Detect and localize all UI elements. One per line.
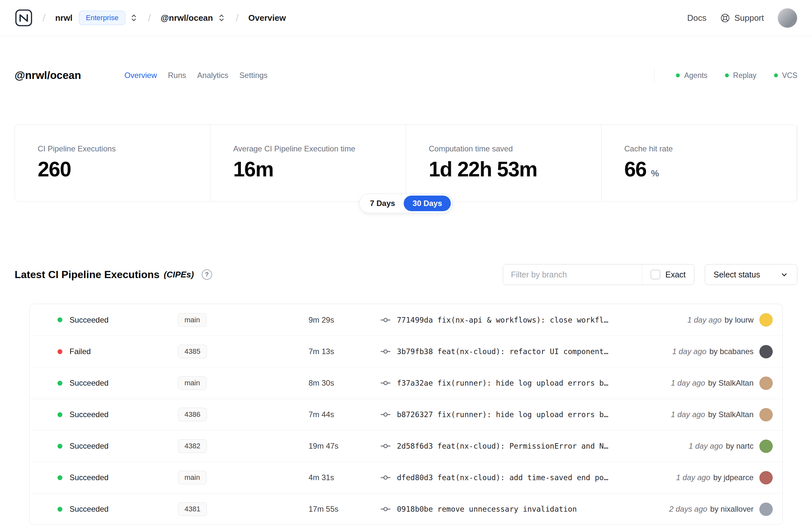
help-icon[interactable]: ?: [202, 269, 212, 280]
table-row[interactable]: Failed 4385 7m 13s 3b79fb38 feat(nx-clou…: [30, 335, 782, 367]
cipes-controls: Exact Select status: [503, 264, 797, 285]
relative-time: 1 day ago: [676, 473, 710, 482]
breadcrumb-separator: /: [43, 12, 45, 24]
author-label: by StalkAltan: [708, 410, 753, 419]
relative-time: 1 day ago: [671, 410, 705, 419]
breadcrumb-separator: /: [236, 12, 239, 24]
branch-filter-input[interactable]: [503, 265, 642, 285]
workspace-selector-icon[interactable]: [217, 13, 226, 22]
feature-status-legend: Agents Replay VCS: [654, 68, 797, 83]
tab-runs[interactable]: Runs: [168, 71, 186, 80]
navbar-actions: Docs Support: [687, 8, 797, 28]
enterprise-badge: Enterprise: [79, 11, 125, 25]
commit-cell: 771499da fix(nx-api & workflows): close …: [380, 314, 679, 326]
branch-filter-group: Exact: [503, 264, 694, 285]
row-meta: 1 day ago by lourw: [687, 313, 773, 327]
git-commit-icon: [380, 314, 391, 326]
commit-message-link[interactable]: 2d58f6d3 feat(nx-cloud): PermissionError…: [397, 442, 608, 450]
branch-badge: 4382: [178, 439, 207, 453]
relative-time: 1 day ago: [689, 441, 723, 451]
legend-item-vcs[interactable]: VCS: [774, 71, 797, 80]
table-row[interactable]: Succeeded 4381 17m 55s 0918b0be remove u…: [30, 493, 782, 525]
exact-toggle[interactable]: Exact: [642, 265, 694, 285]
author-label: by jdpearce: [713, 473, 753, 482]
row-meta: 2 days ago by nixallover: [669, 502, 773, 516]
duration-label: 17m 55s: [309, 505, 380, 514]
green-status-dot: [676, 73, 680, 77]
docs-link[interactable]: Docs: [687, 13, 706, 23]
status-dot: [58, 381, 62, 386]
git-commit-icon: [380, 472, 391, 483]
nx-cloud-dashboard: / nrwl Enterprise / @nrwl/ocean / Overvi…: [0, 0, 812, 525]
branch-badge: 4385: [178, 345, 207, 358]
legend-item-agents[interactable]: Agents: [676, 71, 707, 80]
commit-cell: 2d58f6d3 feat(nx-cloud): PermissionError…: [380, 440, 681, 452]
row-meta: 1 day ago by StalkAltan: [671, 408, 773, 421]
user-avatar[interactable]: [778, 8, 797, 28]
chevron-down-icon: [780, 270, 788, 279]
org-name[interactable]: nrwl: [55, 13, 73, 23]
tab-analytics[interactable]: Analytics: [197, 71, 228, 80]
nx-cloud-logo-icon[interactable]: [15, 9, 33, 27]
duration-label: 7m 13s: [309, 347, 380, 356]
git-commit-icon: [380, 440, 391, 452]
relative-time: 1 day ago: [671, 378, 705, 388]
exact-checkbox[interactable]: [650, 270, 660, 280]
status-select-button[interactable]: Select status: [705, 264, 797, 285]
commit-message-link[interactable]: b8726327 fix(runner): hide log upload er…: [397, 410, 608, 419]
git-commit-icon: [380, 409, 391, 420]
status-dot: [58, 444, 62, 449]
tab-settings[interactable]: Settings: [240, 71, 267, 80]
breadcrumb-page: Overview: [248, 13, 286, 23]
duration-label: 19m 47s: [309, 441, 380, 451]
stat-average-execution-time: Average CI Pipeline Execution time 16m: [211, 125, 406, 201]
cipe-table: Succeeded main 9m 29s 771499da fix(nx-ap…: [29, 304, 783, 525]
status-label: Succeeded: [70, 315, 178, 325]
branch-badge: 4381: [178, 502, 207, 516]
breadcrumb-separator: /: [148, 12, 151, 24]
table-row[interactable]: Succeeded main 4m 31s dfed80d3 feat(nx-c…: [30, 462, 782, 493]
workspace-name[interactable]: @nrwl/ocean: [161, 13, 213, 23]
table-row[interactable]: Succeeded main 8m 30s f37a32ae fix(runne…: [30, 367, 782, 399]
duration-label: 7m 44s: [309, 410, 380, 419]
author-avatar: [760, 439, 773, 453]
range-7-days-button[interactable]: 7 Days: [361, 196, 404, 211]
stat-ci-pipeline-executions: CI Pipeline Executions 260: [15, 125, 211, 201]
commit-cell: b8726327 fix(runner): hide log upload er…: [380, 409, 663, 420]
stat-computation-time-saved: Computation time saved 1d 22h 53m: [406, 125, 601, 201]
status-dot: [58, 412, 62, 417]
commit-message-link[interactable]: 0918b0be remove unnecessary invalidation: [397, 505, 577, 513]
breadcrumb: / nrwl Enterprise / @nrwl/ocean / Overvi…: [15, 9, 286, 27]
range-30-days-button[interactable]: 30 Days: [404, 196, 451, 211]
branch-column: 4385: [178, 345, 309, 358]
author-avatar: [760, 376, 773, 390]
relative-time: 1 day ago: [672, 347, 706, 356]
commit-message-link[interactable]: 3b79fb38 feat(nx-cloud): refactor UI com…: [397, 347, 608, 356]
date-range-toggle: 7 Days 30 Days: [359, 194, 453, 213]
commit-message-link[interactable]: f37a32ae fix(runner): hide log upload er…: [397, 379, 608, 387]
branch-column: 4386: [178, 408, 309, 421]
green-status-dot: [725, 73, 729, 77]
tab-overview[interactable]: Overview: [124, 71, 157, 80]
stat-cache-hit-rate: Cache hit rate 66%: [601, 125, 797, 201]
status-dot: [58, 475, 62, 480]
table-row[interactable]: Succeeded main 9m 29s 771499da fix(nx-ap…: [30, 304, 782, 335]
org-selector-icon[interactable]: [129, 13, 138, 22]
commit-message-link[interactable]: dfed80d3 feat(nx-cloud): add time-saved …: [397, 473, 608, 482]
commit-cell: f37a32ae fix(runner): hide log upload er…: [380, 377, 663, 389]
git-commit-icon: [380, 346, 391, 357]
status-label: Failed: [70, 347, 178, 356]
workspace-tabs: Overview Runs Analytics Settings: [124, 71, 267, 80]
support-label: Support: [734, 13, 764, 23]
support-link[interactable]: Support: [720, 13, 764, 23]
legend-item-replay[interactable]: Replay: [725, 71, 756, 80]
top-navbar: / nrwl Enterprise / @nrwl/ocean / Overvi…: [0, 0, 812, 36]
table-row[interactable]: Succeeded 4386 7m 44s b8726327 fix(runne…: [30, 399, 782, 430]
status-label: Succeeded: [70, 505, 178, 514]
table-row[interactable]: Succeeded 4382 19m 47s 2d58f6d3 feat(nx-…: [30, 430, 782, 462]
duration-label: 4m 31s: [309, 473, 380, 482]
git-commit-icon: [380, 377, 391, 389]
commit-message-link[interactable]: 771499da fix(nx-api & workflows): close …: [397, 316, 608, 324]
row-meta: 1 day ago by StalkAltan: [671, 376, 773, 390]
status-select-label: Select status: [714, 270, 760, 280]
